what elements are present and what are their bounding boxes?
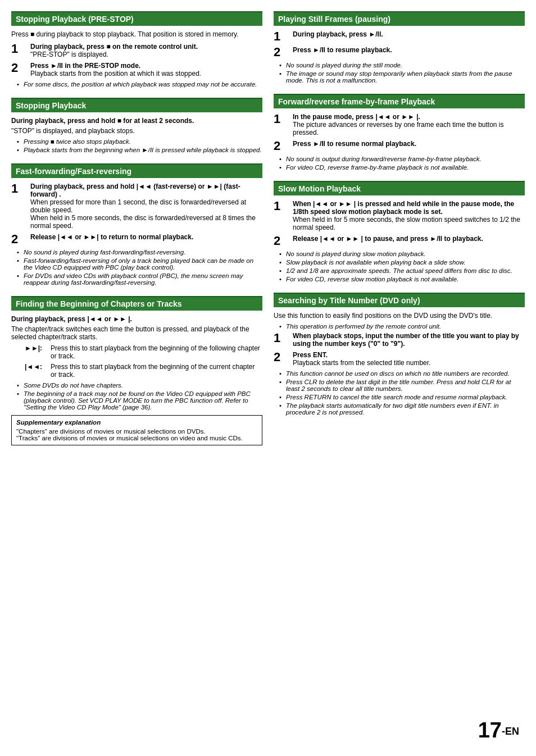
slow-bullet-3: 1/2 and 1/8 are approximate speeds. The …	[279, 267, 525, 274]
title-step1-bold: When playback stops, input the number of…	[293, 332, 525, 348]
still-step-num-2: 2	[274, 46, 289, 58]
supplement-box: Supplementary explanation "Chapters" are…	[11, 415, 262, 445]
title-bullet-4: The playback starts automatically for tw…	[279, 402, 525, 416]
section-fast-forward: Fast-forwarding/Fast-reversing 1 During …	[11, 163, 262, 288]
step-num-2: 2	[11, 62, 27, 74]
prestop-step2-normal: Playback starts from the position at whi…	[30, 70, 262, 78]
prestop-step-2: 2 Press ►/II in the PRE-STOP mode. Playb…	[11, 62, 262, 78]
title-bullets: This function cannot be used on discs on…	[274, 370, 525, 416]
ff-step2-bold: Release |◄◄ or ►►| to return to normal p…	[30, 233, 262, 241]
fbf-step1-normal: The picture advances or reverses by one …	[293, 121, 525, 136]
prestop-step-1: 1 During playback, press ■ on the remote…	[11, 43, 262, 58]
section-title-search: Searching by Title Number (DVD only) Use…	[274, 293, 525, 418]
slow-bullet-4: For video CD, reverse slow motion playba…	[279, 276, 525, 283]
prestop-step1-bold: During playback, press ■ on the remote c…	[30, 43, 262, 51]
chapters-indent: ►►|: Press this to start playback from t…	[11, 344, 262, 379]
supplement-title: Supplementary explanation	[16, 419, 257, 426]
section-frame-by-frame: Forward/reverse frame-by-frame Playback …	[274, 94, 525, 173]
section-header-still: Playing Still Frames (pausing)	[274, 11, 525, 26]
title-intro-bullets: This operation is performed by the remot…	[274, 323, 525, 330]
section-still-frames: Playing Still Frames (pausing) 1 During …	[274, 11, 525, 86]
section-finding-chapters: Finding the Beginning of Chapters or Tra…	[11, 296, 262, 445]
section-header-fastforward: Fast-forwarding/Fast-reversing	[11, 163, 262, 178]
still-step2-bold: Press ►/II to resume playback.	[293, 46, 525, 54]
stopping-subheading: During playback, press and hold ■ for at…	[11, 117, 262, 125]
ff-bullet-1: No sound is played during fast-forwardin…	[17, 249, 262, 256]
section-slow-motion: Slow Motion Playback 1 When |◄◄ or ►► | …	[274, 181, 525, 285]
prestop-step1-normal: "PRE-STOP" is displayed.	[30, 51, 262, 58]
fbf-step2-bold: Press ►/II to resume normal playback.	[293, 140, 525, 148]
ff-step1-normal2: When held in 5 more seconds, the disc is…	[30, 214, 262, 230]
right-column: Playing Still Frames (pausing) 1 During …	[274, 11, 525, 453]
chapters-bullets: Some DVDs do not have chapters. The begi…	[11, 382, 262, 411]
stopping-body: "STOP" is displayed, and playback stops.	[11, 127, 262, 135]
fbf-step-2: 2 Press ►/II to resume normal playback.	[274, 140, 525, 152]
left-column: Stopping Playback (PRE-STOP) Press ■ dur…	[11, 11, 262, 453]
title-intro: Use this function to easily find positio…	[274, 312, 525, 320]
fbf-step-1: 1 In the pause mode, press |◄◄ or ►► |. …	[274, 113, 525, 136]
ff-bullet-3: For DVDs and video CDs with playback con…	[17, 272, 262, 286]
stopping-bullet-2: Playback starts from the beginning when …	[17, 147, 262, 153]
chapters-symbol-2: |◄◄:	[25, 363, 47, 371]
page-container: Stopping Playback (PRE-STOP) Press ■ dur…	[11, 11, 525, 453]
still-step1-bold: During playback, press ►/II.	[293, 30, 525, 38]
ff-bullet-2: Fast-forwarding/fast-reversing of only a…	[17, 257, 262, 271]
fbf-step-num-1: 1	[274, 113, 289, 125]
chapters-bullet-1: Some DVDs do not have chapters.	[17, 382, 262, 389]
page-number: 17-EN	[478, 718, 519, 743]
still-step-2: 2 Press ►/II to resume playback.	[274, 46, 525, 58]
chapters-indent-text-1: Press this to start playback from the be…	[51, 344, 262, 360]
step-num-1: 1	[11, 43, 27, 55]
chapters-indent-text-2: Press this to start playback from the be…	[51, 363, 262, 379]
section-stopping-prestop: Stopping Playback (PRE-STOP) Press ■ dur…	[11, 11, 262, 90]
title-step2-bold: Press ENT.	[293, 351, 525, 359]
title-intro-bullet-1: This operation is performed by the remot…	[279, 323, 525, 330]
chapters-indent-row-1: ►►|: Press this to start playback from t…	[25, 344, 262, 360]
title-bullet-1: This function cannot be used on discs on…	[279, 370, 525, 377]
slow-bullet-2: Slow playback is not available when play…	[279, 259, 525, 266]
prestop-intro: Press ■ during playback to stop playback…	[11, 30, 262, 38]
chapters-symbol-1: ►►|:	[25, 344, 47, 352]
prestop-bullets: For some discs, the position at which pl…	[11, 81, 262, 88]
chapters-indent-row-2: |◄◄: Press this to start playback from t…	[25, 363, 262, 379]
still-step-num-1: 1	[274, 30, 289, 43]
fbf-step-num-2: 2	[274, 140, 289, 152]
slow-step2-bold: Release |◄◄ or ►► | to pause, and press …	[293, 235, 525, 243]
title-step-2: 2 Press ENT. Playback starts from the se…	[274, 351, 525, 367]
ff-bullets: No sound is played during fast-forwardin…	[11, 249, 262, 286]
section-header-prestop: Stopping Playback (PRE-STOP)	[11, 11, 262, 26]
fbf-bullet-1: No sound is output during forward/revers…	[279, 156, 525, 162]
section-header-stopping: Stopping Playback	[11, 98, 262, 112]
prestop-step2-bold: Press ►/II in the PRE-STOP mode.	[30, 62, 262, 70]
ff-step1-bold: During playback, press and hold |◄◄ (fas…	[30, 183, 262, 198]
supplement-line-2: "Tracks" are divisions of movies or musi…	[16, 435, 257, 441]
section-header-slow: Slow Motion Playback	[274, 181, 525, 195]
fbf-step1-bold: In the pause mode, press |◄◄ or ►► |.	[293, 113, 525, 121]
title-step-num-1: 1	[274, 332, 289, 344]
ff-step-1: 1 During playback, press and hold |◄◄ (f…	[11, 183, 262, 230]
slow-step1-normal: When held in for 5 more seconds, the slo…	[293, 216, 525, 231]
chapters-bullet-2: The beginning of a track may not be foun…	[17, 390, 262, 411]
ff-step-num-1: 1	[11, 183, 27, 195]
section-header-title: Searching by Title Number (DVD only)	[274, 293, 525, 307]
slow-step-num-2: 2	[274, 235, 289, 247]
title-step2-normal: Playback starts from the selected title …	[293, 359, 525, 367]
title-bullet-3: Press RETURN to cancel the title search …	[279, 394, 525, 400]
ff-step-num-2: 2	[11, 233, 27, 245]
title-step-num-2: 2	[274, 351, 289, 363]
slow-step1-bold: When |◄◄ or ►► | is pressed and held whi…	[293, 200, 525, 216]
prestop-bullet-1: For some discs, the position at which pl…	[17, 81, 262, 88]
chapters-body: The chapter/track switches each time the…	[11, 325, 262, 341]
ff-step-2: 2 Release |◄◄ or ►►| to return to normal…	[11, 233, 262, 245]
ff-step1-normal1: When pressed for more than 1 second, the…	[30, 198, 262, 214]
section-header-chapters: Finding the Beginning of Chapters or Tra…	[11, 296, 262, 311]
still-bullet-1: No sound is played during the still mode…	[279, 62, 525, 69]
slow-step-num-1: 1	[274, 200, 289, 212]
still-bullets: No sound is played during the still mode…	[274, 62, 525, 84]
fbf-bullets: No sound is output during forward/revers…	[274, 156, 525, 171]
slow-bullets: No sound is played during slow motion pl…	[274, 251, 525, 283]
slow-step-2: 2 Release |◄◄ or ►► | to pause, and pres…	[274, 235, 525, 247]
section-header-frameby: Forward/reverse frame-by-frame Playback	[274, 94, 525, 108]
title-bullet-2: Press CLR to delete the last digit in th…	[279, 379, 525, 392]
slow-step-1: 1 When |◄◄ or ►► | is pressed and held w…	[274, 200, 525, 231]
